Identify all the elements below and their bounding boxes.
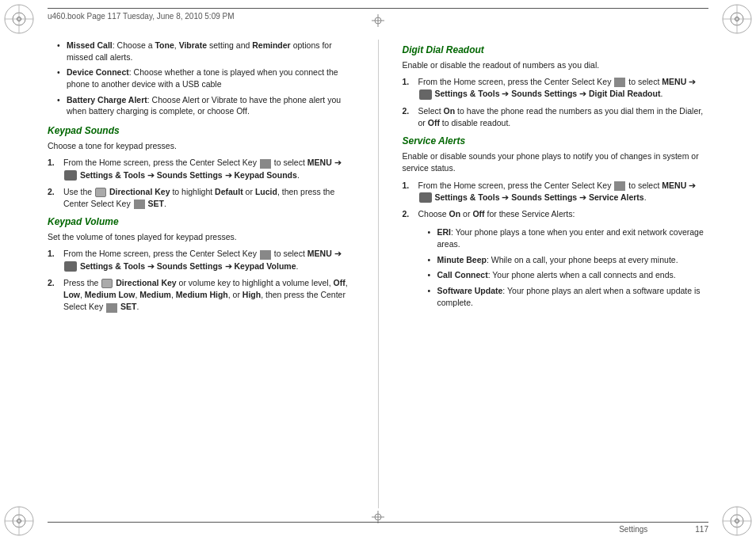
content-area: Missed Call: Choose a Tone, Vibrate sett… xyxy=(48,40,708,508)
corner-bl xyxy=(3,497,43,537)
service-alerts-steps: 1. From the Home screen, press the Cente… xyxy=(403,180,709,221)
footer-label: Settings xyxy=(619,525,647,534)
page-info-bar: u460.book Page 117 Tuesday, June 8, 2010… xyxy=(48,8,708,21)
footer-page-number: 117 xyxy=(695,525,708,534)
keypad-sounds-steps: 1. From the Home screen, press the Cente… xyxy=(48,157,354,210)
bullet-eri: ERI: Your phone plays a tone when you en… xyxy=(428,226,709,249)
digit-dial-steps: 1. From the Home screen, press the Cente… xyxy=(403,76,709,129)
service-alerts-intro: Enable or disable sounds your phone play… xyxy=(403,150,709,174)
center-select-key-icon xyxy=(260,159,271,169)
center-select-key-icon5 xyxy=(614,78,625,87)
keypad-volume-heading: Keypad Volume xyxy=(48,216,354,227)
corner-br xyxy=(713,497,753,537)
column-divider xyxy=(378,40,379,508)
center-select-key-icon3 xyxy=(260,250,271,260)
right-column: Digit Dial Readout Enable or disable the… xyxy=(403,40,709,508)
directional-key-icon xyxy=(95,188,106,197)
corner-tr xyxy=(713,3,753,43)
corner-tl xyxy=(3,3,43,43)
bullet-battery-charge: Battery Charge Alert: Choose Alert or Vi… xyxy=(57,94,354,117)
digit-dial-heading: Digit Dial Readout xyxy=(403,44,709,55)
settings-icon2 xyxy=(64,261,77,272)
page-container: u460.book Page 117 Tuesday, June 8, 2010… xyxy=(0,0,756,540)
service-alerts-step1: 1. From the Home screen, press the Cente… xyxy=(403,180,709,203)
keypad-volume-step1: 1. From the Home screen, press the Cente… xyxy=(48,248,354,272)
settings-icon4 xyxy=(419,192,432,203)
left-column: Missed Call: Choose a Tone, Vibrate sett… xyxy=(48,40,354,508)
settings-icon3 xyxy=(419,89,432,100)
center-select-key-icon6 xyxy=(614,181,625,191)
keypad-sounds-heading: Keypad Sounds xyxy=(48,125,354,136)
center-select-key-icon2 xyxy=(134,200,145,209)
page-info-text: u460.book Page 117 Tuesday, June 8, 2010… xyxy=(48,12,235,21)
digit-dial-intro: Enable or disable the readout of numbers… xyxy=(403,59,709,71)
top-bullet-list: Missed Call: Choose a Tone, Vibrate sett… xyxy=(48,40,354,117)
service-alerts-step2: 2. Choose On or Off for these Service Al… xyxy=(403,208,709,220)
bullet-device-connect: Device Connect: Choose whether a tone is… xyxy=(57,67,354,89)
bullet-software-update: Software Update: Your phone plays an ale… xyxy=(428,285,709,308)
page-footer: Settings 117 xyxy=(48,522,708,534)
center-select-key-icon4 xyxy=(106,303,117,313)
keypad-sounds-step1: 1. From the Home screen, press the Cente… xyxy=(48,157,354,181)
settings-icon xyxy=(64,170,77,181)
bullet-missed-call: Missed Call: Choose a Tone, Vibrate sett… xyxy=(57,40,354,63)
bullet-minute-beep: Minute Beep: While on a call, your phone… xyxy=(428,254,709,266)
keypad-volume-intro: Set the volume of tones played for keypa… xyxy=(48,231,354,243)
keypad-volume-step2: 2. Press the Directional Key or volume k… xyxy=(48,277,354,314)
service-alerts-heading: Service Alerts xyxy=(403,135,709,146)
digit-dial-step2: 2. Select On to have the phone read the … xyxy=(403,105,709,129)
keypad-volume-steps: 1. From the Home screen, press the Cente… xyxy=(48,248,354,313)
service-alerts-bullet-list: ERI: Your phone plays a tone when you en… xyxy=(418,226,709,308)
bullet-call-connect: Call Connect: Your phone alerts when a c… xyxy=(428,269,709,281)
keypad-sounds-step2: 2. Use the Directional Key to highlight … xyxy=(48,186,354,210)
keypad-sounds-intro: Choose a tone for keypad presses. xyxy=(48,140,354,152)
digit-dial-step1: 1. From the Home screen, press the Cente… xyxy=(403,76,709,100)
directional-key-icon2 xyxy=(101,279,113,288)
